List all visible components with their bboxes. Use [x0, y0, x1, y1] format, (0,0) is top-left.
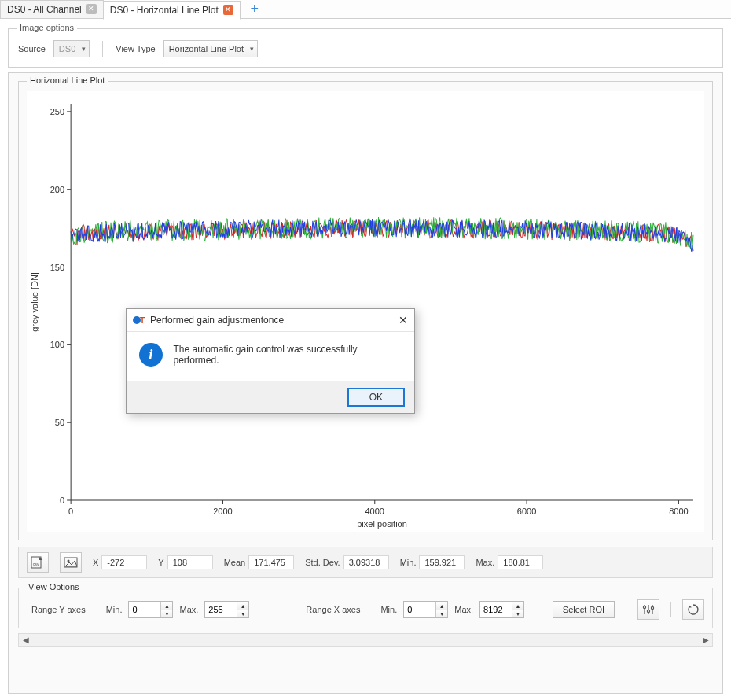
max-label: Max.	[454, 605, 473, 614]
tab-label: DS0 - All Channel	[7, 4, 82, 15]
svg-text:8000: 8000	[669, 507, 689, 516]
select-roi-button[interactable]: Select ROI	[553, 601, 615, 618]
spin-down-icon[interactable]: ▼	[436, 610, 447, 617]
svg-point-34	[647, 610, 649, 612]
gain-adjustment-dialog: T Performed gain adjustmentonce ✕ i The …	[126, 308, 415, 414]
scroll-right-icon[interactable]: ▶	[699, 634, 712, 646]
refresh-button[interactable]	[682, 599, 704, 620]
svg-text:6000: 6000	[517, 507, 537, 516]
info-icon: i	[139, 343, 163, 367]
mean-label: Mean	[224, 558, 246, 567]
tab-bar: DS0 - All Channel ✕ DS0 - Horizontal Lin…	[0, 0, 731, 19]
svg-text:T: T	[140, 316, 145, 325]
horizontal-scrollbar[interactable]: ◀ ▶	[18, 633, 713, 647]
tab-all-channel[interactable]: DS0 - All Channel ✕	[0, 0, 104, 19]
y-min-input[interactable]: ▲▼	[128, 601, 173, 618]
y-label: Y	[158, 558, 163, 567]
scroll-left-icon[interactable]: ◀	[19, 634, 32, 646]
min-label: Min.	[106, 605, 123, 614]
svg-point-29	[68, 560, 70, 562]
view-type-label: View Type	[116, 44, 155, 53]
svg-point-35	[651, 606, 653, 609]
image-options-group: Image options Source DS0 ▾ View Type Hor…	[8, 28, 723, 68]
y-value: 108	[167, 555, 213, 569]
max-value: 180.81	[498, 555, 543, 569]
close-icon[interactable]: ✕	[223, 5, 233, 15]
separator	[626, 602, 626, 617]
source-dropdown[interactable]: DS0 ▾	[53, 40, 90, 57]
separator	[102, 41, 103, 57]
tab-label: DS0 - Horizontal Line Plot	[110, 5, 219, 16]
view-type-dropdown[interactable]: Horizontal Line Plot ▾	[163, 40, 258, 57]
chevron-down-icon: ▾	[250, 45, 254, 53]
view-options-group: View Options Range Y axes Min. ▲▼ Max. ▲…	[18, 588, 713, 628]
spin-up-icon[interactable]: ▲	[512, 602, 523, 610]
range-y-label: Range Y axes	[31, 605, 86, 614]
dialog-titlebar[interactable]: T Performed gain adjustmentonce ✕	[127, 309, 414, 332]
ok-button[interactable]: OK	[347, 388, 405, 407]
spin-down-icon[interactable]: ▼	[512, 610, 523, 617]
x-value: -272	[101, 555, 147, 569]
std-label: Std. Dev.	[305, 558, 340, 567]
separator	[670, 602, 671, 617]
y-max-input[interactable]: ▲▼	[204, 601, 249, 618]
svg-text:0: 0	[68, 507, 73, 516]
x-label: X	[93, 558, 98, 567]
svg-text:150: 150	[50, 263, 64, 272]
dialog-title: Performed gain adjustmentonce	[150, 315, 284, 326]
source-label: Source	[18, 44, 46, 53]
svg-text:csv: csv	[33, 562, 39, 566]
image-options-legend: Image options	[17, 23, 77, 32]
svg-text:grey value [DN]: grey value [DN]	[30, 272, 39, 332]
dropdown-value: Horizontal Line Plot	[169, 44, 244, 53]
svg-text:4000: 4000	[366, 507, 385, 516]
stats-bar: csv X-272 Y108 Mean171.475 Std. Dev.3.09…	[18, 547, 713, 578]
svg-text:100: 100	[50, 340, 64, 349]
max-label: Max.	[179, 605, 198, 614]
view-options-legend: View Options	[25, 582, 83, 591]
spin-down-icon[interactable]: ▼	[161, 610, 172, 617]
chevron-down-icon: ▾	[82, 45, 86, 53]
std-value: 3.09318	[343, 555, 389, 569]
min-label: Min.	[400, 558, 417, 567]
settings-sliders-button[interactable]	[637, 599, 659, 620]
dialog-message: The automatic gain control was successfu…	[174, 344, 402, 366]
svg-point-33	[643, 606, 645, 608]
svg-text:2000: 2000	[213, 507, 233, 516]
spin-up-icon[interactable]: ▲	[161, 602, 172, 610]
plot-group-title: Horizontal Line Plot	[27, 76, 108, 85]
spin-down-icon[interactable]: ▼	[237, 610, 248, 617]
dropdown-value: DS0	[59, 44, 75, 53]
spin-up-icon[interactable]: ▲	[436, 602, 447, 610]
close-icon[interactable]: ✕	[399, 314, 408, 326]
svg-text:50: 50	[55, 418, 64, 427]
tab-horizontal-line-plot[interactable]: DS0 - Horizontal Line Plot ✕	[103, 1, 241, 20]
spin-up-icon[interactable]: ▲	[237, 602, 248, 610]
export-image-button[interactable]	[60, 552, 82, 573]
app-icon: T	[133, 314, 145, 326]
range-x-label: Range X axes	[306, 605, 360, 614]
svg-text:200: 200	[50, 185, 64, 194]
add-tab-button[interactable]: +	[246, 1, 263, 18]
x-max-input[interactable]: ▲▼	[479, 601, 524, 618]
close-icon[interactable]: ✕	[86, 4, 97, 14]
max-label: Max.	[476, 558, 494, 567]
svg-text:0: 0	[60, 496, 64, 505]
min-value: 159.921	[419, 555, 465, 569]
export-csv-button[interactable]: csv	[27, 552, 49, 573]
min-label: Min.	[380, 605, 397, 614]
svg-text:pixel position: pixel position	[357, 519, 407, 529]
mean-value: 171.475	[248, 555, 294, 569]
svg-text:250: 250	[50, 107, 64, 116]
x-min-input[interactable]: ▲▼	[403, 601, 448, 618]
